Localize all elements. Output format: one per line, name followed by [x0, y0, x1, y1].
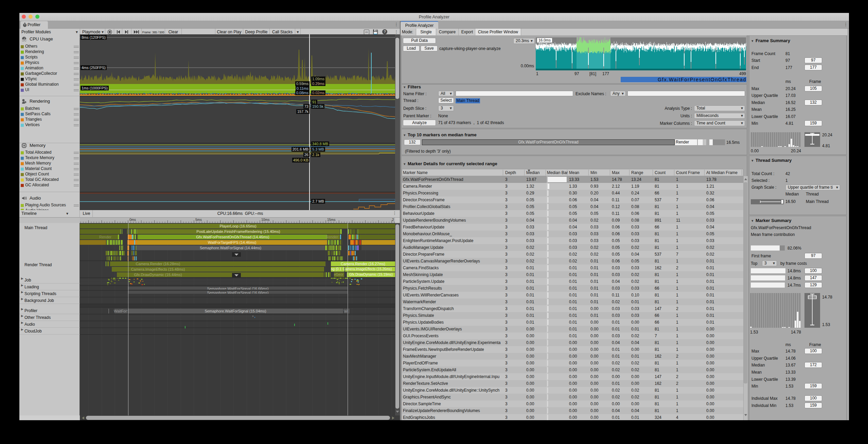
svg-text:CPU: CPU — [22, 40, 26, 42]
